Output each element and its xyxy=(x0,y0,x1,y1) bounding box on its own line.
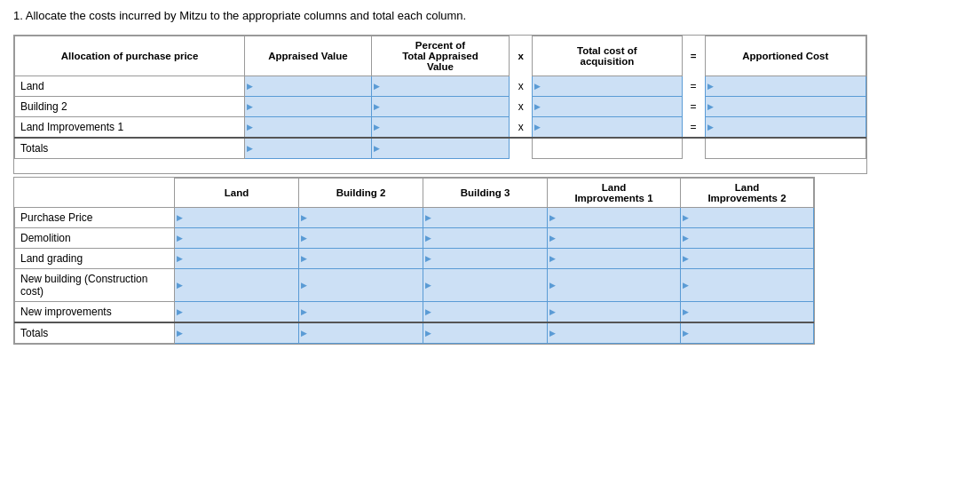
top-table-container: Allocation of purchase price Appraised V… xyxy=(13,35,867,174)
input-nb-land[interactable] xyxy=(175,269,299,302)
symbol-eq-totals xyxy=(682,138,705,159)
col-header-apportioned: Apportioned Cost xyxy=(705,36,865,76)
input-building2-total-cost[interactable] xyxy=(533,97,682,117)
symbol-eq-landimp1: = xyxy=(682,117,705,139)
table-row: Purchase Price xyxy=(15,208,814,228)
input-ni-land[interactable] xyxy=(175,302,299,323)
col-header-land-imp1: LandImprovements 1 xyxy=(548,179,681,208)
input-land-appraised[interactable] xyxy=(245,76,372,97)
table-row: Land Improvements 1 x = xyxy=(15,117,866,139)
row-label-land-imp1: Land Improvements 1 xyxy=(15,117,245,139)
row-label-building2: Building 2 xyxy=(15,97,245,117)
instruction-text: 1. Allocate the costs incurred by Mitzu … xyxy=(13,9,967,22)
input-pp-landimp1[interactable] xyxy=(548,208,681,228)
input-pp-land[interactable] xyxy=(175,208,299,228)
table-row: New improvements xyxy=(15,302,814,323)
input-totals-appraised[interactable] xyxy=(245,138,372,159)
col-header-eq: = xyxy=(682,36,705,76)
row-label-new-building: New building (Construction cost) xyxy=(15,269,175,302)
row-label-land-grading: Land grading xyxy=(15,249,175,269)
col-header-total-cost: Total cost ofacquisition xyxy=(533,36,682,76)
bottom-table-header-row: Land Building 2 Building 3 LandImproveme… xyxy=(15,179,814,208)
input-tot-landimp2[interactable] xyxy=(681,322,814,344)
symbol-x-landimp1: x xyxy=(510,117,533,139)
input-landimp1-apportioned[interactable] xyxy=(705,117,865,139)
input-dem-landimp1[interactable] xyxy=(548,228,681,249)
input-totals-percent[interactable] xyxy=(371,138,510,159)
bottom-table-container: Land Building 2 Building 3 LandImproveme… xyxy=(13,177,815,345)
input-dem-building3[interactable] xyxy=(423,228,548,249)
input-ni-landimp1[interactable] xyxy=(548,302,681,323)
bottom-table: Land Building 2 Building 3 LandImproveme… xyxy=(14,178,814,344)
input-dem-land[interactable] xyxy=(175,228,299,249)
symbol-x-land: x xyxy=(510,76,533,97)
table-row: Building 2 x = xyxy=(15,97,866,117)
symbol-x-building2: x xyxy=(510,97,533,117)
col-header-building2: Building 2 xyxy=(299,179,423,208)
input-lg-landimp1[interactable] xyxy=(548,249,681,269)
row-label-land: Land xyxy=(15,76,245,97)
input-nb-building3[interactable] xyxy=(423,269,548,302)
input-landimp1-appraised[interactable] xyxy=(245,117,372,139)
col-header-land-imp2: LandImprovements 2 xyxy=(681,179,814,208)
table-row: New building (Construction cost) xyxy=(15,269,814,302)
row-label-totals: Totals xyxy=(15,138,245,159)
col-header-building3: Building 3 xyxy=(423,179,548,208)
table-row: Demolition xyxy=(15,228,814,249)
input-building2-apportioned[interactable] xyxy=(705,97,865,117)
input-land-apportioned[interactable] xyxy=(705,76,865,97)
input-dem-building2[interactable] xyxy=(299,228,423,249)
input-tot-landimp1[interactable] xyxy=(548,322,681,344)
row-label-purchase-price: Purchase Price xyxy=(15,208,175,228)
top-table-header-row: Allocation of purchase price Appraised V… xyxy=(15,36,866,76)
symbol-eq-land: = xyxy=(682,76,705,97)
top-table: Allocation of purchase price Appraised V… xyxy=(14,36,866,159)
input-land-percent[interactable] xyxy=(371,76,510,97)
symbol-x-totals xyxy=(510,138,533,159)
col-header-land: Land xyxy=(175,179,299,208)
row-label-new-improvements: New improvements xyxy=(15,302,175,323)
input-pp-building3[interactable] xyxy=(423,208,548,228)
input-nb-landimp2[interactable] xyxy=(681,269,814,302)
row-label-totals-bottom: Totals xyxy=(15,322,175,344)
col-header-x: x xyxy=(510,36,533,76)
table-row-totals: Totals xyxy=(15,138,866,159)
input-tot-building3[interactable] xyxy=(423,322,548,344)
input-pp-landimp2[interactable] xyxy=(681,208,814,228)
input-ni-building3[interactable] xyxy=(423,302,548,323)
col-header-empty xyxy=(15,179,175,208)
input-building2-appraised[interactable] xyxy=(245,97,372,117)
input-ni-landimp2[interactable] xyxy=(681,302,814,323)
row-label-demolition: Demolition xyxy=(15,228,175,249)
input-totals-total-cost-empty xyxy=(533,138,682,159)
input-building2-percent[interactable] xyxy=(371,97,510,117)
input-lg-building3[interactable] xyxy=(423,249,548,269)
input-landimp1-percent[interactable] xyxy=(371,117,510,139)
table-row: Land grading xyxy=(15,249,814,269)
input-lg-building2[interactable] xyxy=(299,249,423,269)
input-tot-building2[interactable] xyxy=(299,322,423,344)
input-land-total-cost[interactable] xyxy=(533,76,682,97)
col-header-allocation: Allocation of purchase price xyxy=(15,36,245,76)
col-header-appraised: Appraised Value xyxy=(245,36,372,76)
input-nb-landimp1[interactable] xyxy=(548,269,681,302)
input-tot-land[interactable] xyxy=(175,322,299,344)
input-dem-landimp2[interactable] xyxy=(681,228,814,249)
input-ni-building2[interactable] xyxy=(299,302,423,323)
table-row-totals-bottom: Totals xyxy=(15,322,814,344)
input-lg-landimp2[interactable] xyxy=(681,249,814,269)
col-header-percent: Percent ofTotal AppraisedValue xyxy=(371,36,510,76)
input-nb-building2[interactable] xyxy=(299,269,423,302)
symbol-eq-building2: = xyxy=(682,97,705,117)
table-row: Land x = xyxy=(15,76,866,97)
input-totals-apportioned-empty xyxy=(705,138,865,159)
input-landimp1-total-cost[interactable] xyxy=(533,117,682,139)
input-lg-land[interactable] xyxy=(175,249,299,269)
input-pp-building2[interactable] xyxy=(299,208,423,228)
